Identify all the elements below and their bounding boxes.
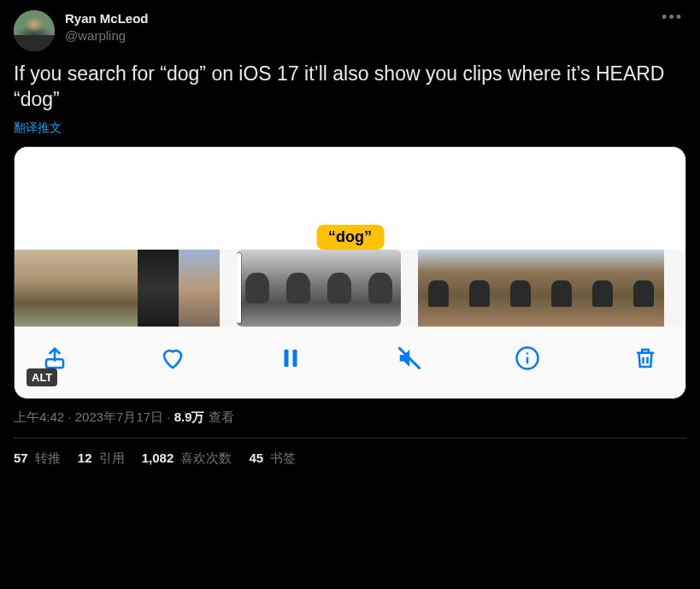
separator: · — [64, 409, 75, 424]
video-filmstrip[interactable] — [15, 250, 685, 327]
playhead-icon[interactable] — [237, 253, 241, 323]
user-info[interactable]: Ryan McLeod @warpling — [65, 10, 648, 44]
media-top-area: “dog” — [15, 147, 685, 250]
clip-group-1[interactable] — [15, 250, 220, 327]
avatar[interactable] — [14, 10, 55, 51]
svg-rect-1 — [285, 350, 289, 367]
tweet-stats: 57 转推 12 引用 1,082 喜欢次数 45 书签 — [14, 451, 686, 467]
video-thumb — [623, 250, 664, 327]
retweets-stat[interactable]: 57 转推 — [14, 451, 61, 467]
video-thumb — [278, 250, 319, 327]
video-thumb — [237, 250, 278, 327]
svg-rect-2 — [293, 350, 297, 367]
video-thumb — [97, 250, 138, 327]
display-name: Ryan McLeod — [65, 10, 648, 27]
pause-icon[interactable] — [278, 345, 303, 374]
user-handle: @warpling — [65, 27, 648, 44]
quotes-stat[interactable]: 12 引用 — [78, 451, 125, 467]
bookmarks-stat[interactable]: 45 书签 — [249, 451, 296, 467]
video-thumb — [179, 250, 220, 327]
likes-stat[interactable]: 1,082 喜欢次数 — [142, 451, 232, 467]
translate-link[interactable]: 翻译推文 — [14, 121, 62, 136]
video-thumb — [15, 250, 56, 327]
tweet-container: Ryan McLeod @warpling ••• If you search … — [0, 0, 700, 477]
tweet-date: 2023年7月17日 — [75, 409, 163, 424]
tweet-meta[interactable]: 上午4:42 · 2023年7月17日 · 8.9万 查看 — [14, 409, 686, 426]
views-label: 查看 — [205, 409, 234, 424]
video-thumb — [541, 250, 582, 327]
mute-icon[interactable] — [397, 345, 422, 374]
alt-badge[interactable]: ALT — [26, 368, 57, 386]
video-thumb — [319, 250, 360, 327]
tweet-time: 上午4:42 — [14, 409, 64, 424]
search-term-badge: “dog” — [316, 225, 384, 250]
divider — [14, 438, 686, 439]
video-thumb — [138, 250, 179, 327]
tweet-header: Ryan McLeod @warpling ••• — [14, 10, 686, 51]
trash-icon[interactable] — [632, 345, 658, 374]
video-thumb — [459, 250, 500, 327]
media-toolbar — [15, 327, 685, 398]
video-thumb — [418, 250, 459, 327]
heart-icon[interactable] — [160, 345, 185, 374]
tweet-text: If you search for “dog” on iOS 17 it’ll … — [14, 62, 686, 113]
views-count: 8.9万 — [174, 409, 205, 424]
clip-group-3[interactable] — [418, 250, 664, 327]
video-thumb — [582, 250, 623, 327]
clip-group-active[interactable] — [237, 250, 401, 327]
svg-point-6 — [526, 352, 529, 355]
video-thumb — [500, 250, 541, 327]
more-icon[interactable]: ••• — [658, 10, 686, 25]
media-card[interactable]: “dog” — [14, 146, 686, 399]
video-thumb — [360, 250, 401, 327]
info-icon[interactable] — [515, 345, 540, 374]
video-thumb — [56, 250, 97, 327]
separator: · — [163, 409, 174, 424]
